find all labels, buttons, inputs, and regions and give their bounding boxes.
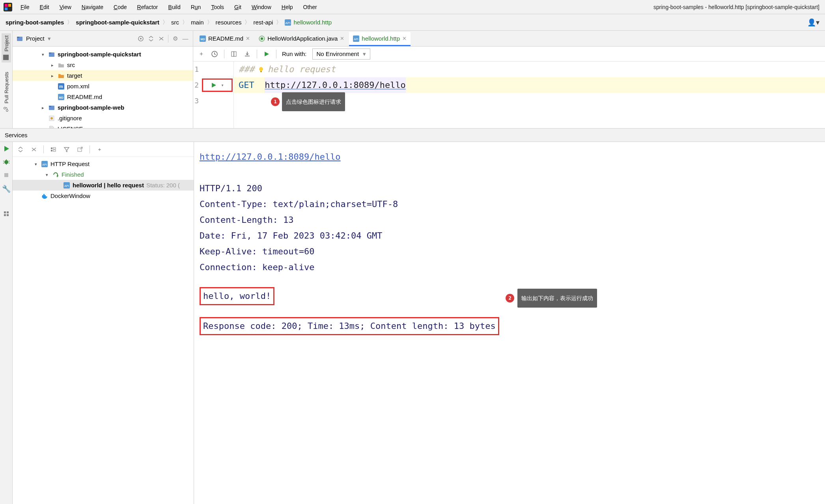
tree-item[interactable]: LICENSE [13,123,193,128]
tree-expander-icon[interactable]: ▾ [40,49,46,60]
tree-item[interactable]: ▾springboot-sample-quickstart [13,49,193,60]
crumb-3[interactable]: main [191,19,204,26]
tree-expander-icon[interactable]: ▾ [33,159,39,170]
menu-help[interactable]: Help [279,2,295,12]
services-tree[interactable]: ▾APIHTTP Request▾FinishedAPIhelloworld |… [13,157,194,504]
left-tool-strip: Project Pull Requests [0,31,13,128]
close-tab-icon[interactable]: ✕ [246,35,250,41]
tree-expander-icon[interactable]: ▸ [50,60,55,70]
svg-text:MD: MD [59,96,63,99]
menu-other[interactable]: Other [301,2,319,12]
project-panel-title: Project [26,35,45,42]
stop-icon[interactable] [3,172,9,178]
menu-build[interactable]: Build [166,2,183,12]
menu-code[interactable]: Code [111,2,129,12]
tree-item[interactable]: ▸src [13,60,193,70]
chevron-right-icon: 〉 [162,19,168,26]
tree-item-label: src [67,60,75,70]
history-icon[interactable] [211,50,218,58]
services-tree-item[interactable]: APIhelloworld | hello request Status: 20… [13,180,194,190]
services-tree-label: Finished [62,169,84,180]
debug-icon[interactable] [3,159,10,166]
run-all-icon[interactable] [263,50,271,58]
java-icon [259,35,265,42]
md-icon: MD [200,35,206,42]
line-number: 2 [193,77,201,93]
git-icon [48,115,55,121]
filter-icon[interactable] [63,146,71,153]
convert-icon[interactable] [230,50,238,58]
group-icon[interactable] [49,146,57,153]
collapse-all-icon[interactable] [158,35,165,42]
select-opened-file-icon[interactable] [137,35,144,42]
wrench-icon[interactable]: 🔧 [2,185,11,193]
close-tab-icon[interactable]: ✕ [340,35,344,41]
expand-all-icon[interactable] [17,146,24,153]
user-icon[interactable]: 👤▾ [807,18,819,27]
menu-refactor[interactable]: Refactor [135,2,161,12]
menu-file[interactable]: File [18,2,32,12]
services-tree-item[interactable]: DockerWindow [13,190,194,201]
tree-expander-icon[interactable]: ▸ [50,71,55,81]
menu-navigate[interactable]: Navigate [79,2,106,12]
svg-text:API: API [42,163,47,166]
sidebar-tab-project[interactable]: Project [2,33,11,62]
editor-tab[interactable]: MDREADME.md✕ [196,32,254,46]
services-tree-item[interactable]: ▾Finished [13,169,194,180]
hide-icon[interactable]: — [182,35,189,42]
crumb-0[interactable]: spring-boot-samples [6,19,64,26]
crumb-2[interactable]: src [171,19,179,26]
run-icon[interactable] [3,145,10,152]
expand-all-icon[interactable] [147,35,155,42]
crumb-1[interactable]: springboot-sample-quickstart [76,19,159,26]
project-tree[interactable]: ▾springboot-sample-quickstart▸src▸target… [13,47,193,128]
services-toolbar: ＋ [13,142,194,157]
environment-selector[interactable]: No Environment ▾ [312,49,371,60]
services-left-strip: 🔧 [0,142,13,504]
layout-icon[interactable] [3,211,9,217]
svg-rect-39 [4,211,6,213]
open-in-tab-icon[interactable] [76,146,84,153]
menu-window[interactable]: Window [249,2,274,12]
add-request-icon[interactable]: ＋ [197,50,205,58]
menu-view[interactable]: View [57,2,74,12]
tree-expander-icon[interactable]: ▾ [44,169,50,180]
maven-icon: m [58,83,65,90]
svg-marker-36 [4,146,9,151]
settings-icon[interactable]: ⚙ [172,35,179,42]
chevron-down-icon[interactable]: ▾ [48,35,51,42]
editor-tab-label: helloworld.http [362,35,400,42]
editor-tab[interactable]: APIhelloworld.http✕ [349,32,411,46]
crumb-6[interactable]: API helloworld.http [285,19,332,26]
sidebar-tab-pull-requests[interactable]: Pull Requests [2,69,11,114]
crumb-4[interactable]: resources [216,19,242,26]
import-icon[interactable] [243,50,251,58]
tree-item[interactable]: mpom.xml [13,81,193,91]
tree-item[interactable]: ▸springboot-sample-web [13,102,193,113]
code-content[interactable]: ### ### hello request hello request GET … [234,62,825,128]
menu-tools[interactable]: Tools [209,2,226,12]
response-output[interactable]: http://127.0.0.1:8089/hello HTTP/1.1 200… [194,142,825,504]
menu-run[interactable]: Run [189,2,203,12]
tree-item[interactable]: .gitignore [13,113,193,123]
menu-edit[interactable]: Edit [37,2,52,12]
editor-tab[interactable]: HelloWorldApplication.java✕ [255,32,348,46]
tree-item[interactable]: MDREADME.md [13,91,193,102]
menu-git[interactable]: Git [232,2,244,12]
response-url[interactable]: http://127.0.0.1:8089/hello [200,152,341,162]
collapse-all-icon[interactable] [30,146,38,153]
annotation-2: 2 输出如下内容，表示运行成功 [506,289,597,308]
tree-item[interactable]: ▸target [13,70,193,81]
svg-rect-55 [43,194,45,195]
add-service-icon[interactable]: ＋ [95,146,103,153]
annotation-badge-2: 2 [506,294,514,302]
close-tab-icon[interactable]: ✕ [402,35,407,41]
run-dropdown-icon[interactable]: ▾ [221,77,224,93]
services-tree-item[interactable]: ▾APIHTTP Request [13,159,194,169]
run-request-icon[interactable] [211,82,217,88]
editor-body[interactable]: 1 2 ▾ 3 ### ### hello request hell [193,62,825,128]
intention-bulb-icon[interactable] [258,66,265,73]
tree-expander-icon[interactable]: ▸ [40,103,46,113]
crumb-5[interactable]: rest-api [253,19,273,26]
svg-rect-35 [260,71,262,72]
